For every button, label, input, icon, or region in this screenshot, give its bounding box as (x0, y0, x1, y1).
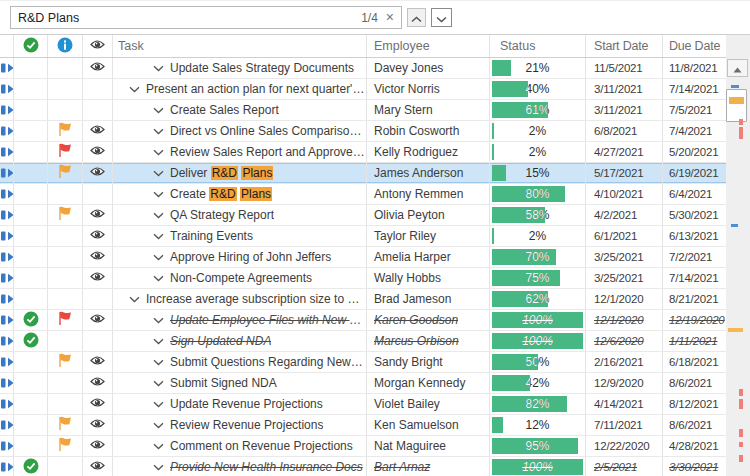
eye-cell[interactable] (83, 79, 113, 99)
chevron-down-icon[interactable] (153, 128, 164, 135)
header-status[interactable]: Status (490, 35, 586, 57)
flag-cell[interactable] (48, 205, 83, 225)
header-start-date[interactable]: Start Date (586, 35, 663, 57)
chevron-down-icon[interactable] (153, 464, 164, 471)
eye-cell[interactable] (83, 415, 113, 435)
check-cell[interactable] (14, 268, 48, 288)
eye-cell[interactable] (83, 142, 113, 162)
chevron-down-icon[interactable] (153, 422, 164, 429)
check-cell[interactable] (14, 79, 48, 99)
check-cell[interactable] (14, 352, 48, 372)
table-row[interactable]: Training Events Taylor Riley 2% 2% 6/1/2… (0, 226, 726, 247)
chevron-down-icon[interactable] (153, 359, 164, 366)
table-row[interactable]: Non-Compete Agreements Wally Hobbs 75% 7… (0, 268, 726, 289)
chevron-down-icon[interactable] (153, 212, 164, 219)
header-task[interactable]: Task (113, 35, 367, 57)
check-cell[interactable] (14, 289, 48, 309)
chevron-down-icon[interactable] (153, 233, 164, 240)
chevron-down-icon[interactable] (153, 170, 164, 177)
search-query-text[interactable]: R&D Plans (11, 11, 361, 25)
eye-cell[interactable] (83, 373, 113, 393)
chevron-down-icon[interactable] (153, 317, 164, 324)
task-cell[interactable]: Comment on Revenue Projections (113, 436, 367, 456)
check-cell[interactable] (14, 415, 48, 435)
header-employee[interactable]: Employee (367, 35, 490, 57)
eye-cell[interactable] (83, 205, 113, 225)
chevron-down-icon[interactable] (129, 86, 140, 93)
task-cell[interactable]: Submit Signed NDA (113, 373, 367, 393)
flag-cell[interactable] (48, 121, 83, 141)
header-completed-column[interactable] (14, 35, 48, 57)
eye-cell[interactable] (83, 247, 113, 267)
table-row[interactable]: Present an action plan for next quarter'… (0, 79, 726, 100)
task-cell[interactable]: Deliver R&D Plans (113, 163, 367, 183)
task-cell[interactable]: Sign Updated NDA (113, 331, 367, 351)
task-cell[interactable]: Provide New Health Insurance Docs (113, 457, 367, 476)
task-cell[interactable]: Training Events (113, 226, 367, 246)
task-cell[interactable]: Increase average subscription size to at… (113, 289, 367, 309)
chevron-down-icon[interactable] (153, 380, 164, 387)
task-cell[interactable]: Update Employee Files with New NDA (113, 310, 367, 330)
table-row[interactable]: Submit Signed NDA Morgan Kennedy 42% 42%… (0, 373, 726, 394)
eye-cell[interactable] (83, 436, 113, 456)
next-match-button[interactable] (431, 8, 452, 27)
table-row[interactable]: Update Sales Strategy Documents Davey Jo… (0, 58, 726, 79)
table-row[interactable]: QA Strategy Report Olivia Peyton 58% 58%… (0, 205, 726, 226)
flag-cell[interactable] (48, 100, 83, 120)
chevron-down-icon[interactable] (153, 275, 164, 282)
flag-cell[interactable] (48, 58, 83, 78)
chevron-down-icon[interactable] (153, 149, 164, 156)
table-row[interactable]: Create R&D Plans Antony Remmen 80% 80% 4… (0, 184, 726, 205)
flag-cell[interactable] (48, 331, 83, 351)
task-cell[interactable]: Approve Hiring of John Jeffers (113, 247, 367, 267)
flag-cell[interactable] (48, 352, 83, 372)
chevron-down-icon[interactable] (129, 296, 140, 303)
check-cell[interactable] (14, 100, 48, 120)
chevron-down-icon[interactable] (153, 107, 164, 114)
eye-cell[interactable] (83, 121, 113, 141)
flag-cell[interactable] (48, 415, 83, 435)
check-cell[interactable] (14, 121, 48, 141)
flag-cell[interactable] (48, 226, 83, 246)
check-cell[interactable] (14, 247, 48, 267)
table-row[interactable]: Comment on Revenue Projections Nat Magui… (0, 436, 726, 457)
task-cell[interactable]: Update Revenue Projections (113, 394, 367, 414)
eye-cell[interactable] (83, 310, 113, 330)
task-cell[interactable]: Submit Questions Regarding New NDA (113, 352, 367, 372)
eye-cell[interactable] (83, 394, 113, 414)
header-visibility-column[interactable] (83, 35, 113, 57)
eye-cell[interactable] (83, 457, 113, 476)
check-cell[interactable] (14, 436, 48, 456)
flag-cell[interactable] (48, 373, 83, 393)
table-row[interactable]: Submit Questions Regarding New NDA Sandy… (0, 352, 726, 373)
table-row[interactable]: Direct vs Online Sales Comparison Report… (0, 121, 726, 142)
eye-cell[interactable] (83, 100, 113, 120)
eye-cell[interactable] (83, 352, 113, 372)
task-cell[interactable]: Review Sales Report and Approve Plans (113, 142, 367, 162)
task-cell[interactable]: Review Revenue Projections (113, 415, 367, 435)
flag-cell[interactable] (48, 268, 83, 288)
flag-cell[interactable] (48, 436, 83, 456)
flag-cell[interactable] (48, 163, 83, 183)
flag-cell[interactable] (48, 142, 83, 162)
eye-cell[interactable] (83, 226, 113, 246)
check-cell[interactable] (14, 184, 48, 204)
check-cell[interactable] (14, 331, 48, 351)
task-cell[interactable]: Create R&D Plans (113, 184, 367, 204)
table-row[interactable]: Approve Hiring of John Jeffers Amelia Ha… (0, 247, 726, 268)
task-cell[interactable]: QA Strategy Report (113, 205, 367, 225)
chevron-down-icon[interactable] (153, 191, 164, 198)
chevron-down-icon[interactable] (153, 65, 164, 72)
check-cell[interactable] (14, 373, 48, 393)
chevron-down-icon[interactable] (153, 443, 164, 450)
chevron-down-icon[interactable] (153, 254, 164, 261)
eye-cell[interactable] (83, 268, 113, 288)
flag-cell[interactable] (48, 184, 83, 204)
chevron-down-icon[interactable] (153, 401, 164, 408)
search-input[interactable]: R&D Plans 1/4 × (10, 6, 402, 29)
task-cell[interactable]: Create Sales Report (113, 100, 367, 120)
table-row[interactable]: Create Sales Report Mary Stern 61% 61% 3… (0, 100, 726, 121)
header-due-date[interactable]: Due Date (663, 35, 726, 57)
task-cell[interactable]: Non-Compete Agreements (113, 268, 367, 288)
eye-cell[interactable] (83, 58, 113, 78)
